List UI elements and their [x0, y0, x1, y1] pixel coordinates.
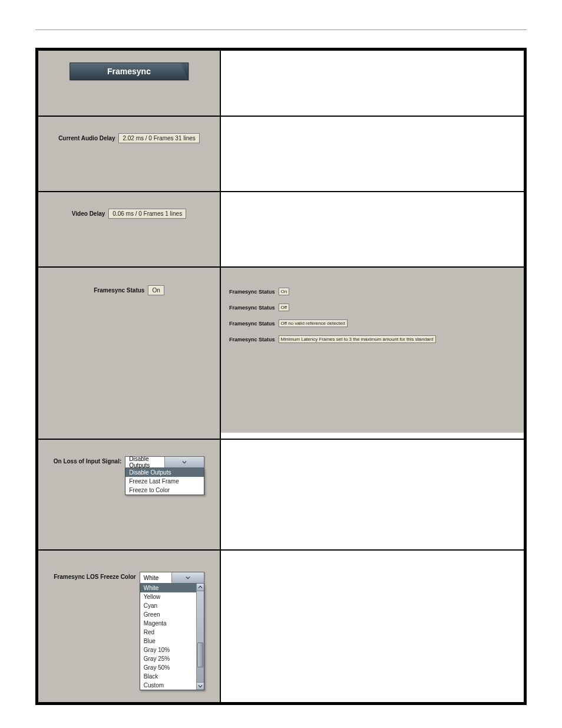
los-freeze-color-dropdown[interactable]: White White Yellow Cyan Green Magenta [140, 572, 204, 690]
dropdown-option[interactable]: Gray 50% [140, 663, 197, 672]
loss-of-input-options: Disable Outputs Freeze Last Frame Freeze… [125, 468, 204, 495]
status-ex3-value: Off no valid reference detected [279, 319, 348, 327]
framesync-tab-button[interactable]: Framesync [70, 62, 189, 80]
scroll-up-icon[interactable] [197, 584, 204, 591]
dropdown-option[interactable]: Red [140, 628, 197, 637]
dropdown-option[interactable]: Black [140, 672, 197, 681]
chevron-down-icon [164, 457, 204, 467]
dropdown-option[interactable]: Gray 10% [140, 645, 197, 654]
dropdown-option[interactable]: Blue [140, 637, 197, 645]
status-ex2-label: Framesync Status [229, 305, 275, 311]
dropdown-option[interactable]: Cyan [140, 601, 197, 610]
loss-of-input-label: On Loss of Input Signal: [54, 456, 122, 465]
dropdown-option[interactable]: Green [140, 610, 197, 619]
loss-of-input-selected: Disable Outputs [125, 456, 164, 469]
dropdown-option[interactable]: White [140, 584, 197, 592]
framesync-tab-label: Framesync [107, 67, 151, 76]
loss-of-input-dropdown[interactable]: Disable Outputs Disable Outputs Freeze L… [125, 456, 204, 495]
framesync-status-label: Framesync Status [94, 287, 144, 294]
framesync-status-panel: Framesync Status On [38, 268, 220, 439]
scrollbar[interactable] [196, 584, 204, 690]
status-examples-panel: Framesync Status On Framesync Status Off… [221, 268, 524, 433]
scroll-down-icon[interactable] [197, 682, 204, 690]
status-ex1-value: On [279, 288, 290, 295]
status-ex4-value: Minimum Latency Frames set to 3 the maxi… [279, 335, 436, 343]
los-freeze-color-label: Framesync LOS Freeze Color [54, 572, 136, 580]
dropdown-option[interactable]: Freeze to Color [125, 486, 204, 495]
top-rule [35, 29, 527, 30]
audio-delay-value: 2.02 ms / 0 Frames 31 lines [118, 133, 199, 143]
audio-delay-label: Current Audio Delay [58, 135, 115, 141]
dropdown-option[interactable]: Gray 25% [140, 654, 197, 663]
tab-panel: Framesync [38, 51, 220, 116]
loss-of-input-panel: On Loss of Input Signal: Disable Outputs… [38, 440, 220, 549]
empty-cell [220, 192, 524, 267]
dropdown-option[interactable]: Freeze Last Frame [125, 477, 204, 486]
audio-delay-panel: Current Audio Delay 2.02 ms / 0 Frames 3… [38, 117, 220, 191]
empty-cell [220, 550, 524, 703]
empty-cell [220, 439, 524, 550]
los-freeze-color-options: White Yellow Cyan Green Magenta Red Blue… [140, 584, 204, 690]
status-ex2-value: Off [279, 304, 290, 311]
video-delay-value: 0.06 ms / 0 Frames 1 lines [108, 209, 186, 219]
dropdown-option[interactable]: Custom [140, 681, 197, 690]
empty-cell [220, 50, 524, 116]
framesync-status-value: On [148, 285, 164, 295]
los-freeze-color-panel: Framesync LOS Freeze Color White White Y… [38, 551, 220, 702]
status-ex3-label: Framesync Status [229, 321, 275, 327]
chevron-down-icon [171, 572, 204, 583]
framesync-table: Framesync Current Audio Delay 2.02 ms / … [35, 48, 527, 705]
video-delay-panel: Video Delay 0.06 ms / 0 Frames 1 lines [38, 192, 220, 266]
dropdown-option[interactable]: Magenta [140, 619, 197, 628]
video-delay-label: Video Delay [72, 210, 105, 217]
dropdown-option[interactable]: Disable Outputs [125, 468, 204, 477]
los-freeze-color-selected: White [140, 575, 172, 581]
scrollbar-thumb[interactable] [197, 643, 203, 667]
dropdown-option[interactable]: Yellow [140, 592, 197, 601]
status-ex4-label: Framesync Status [229, 337, 275, 342]
empty-cell [220, 116, 524, 192]
status-ex1-label: Framesync Status [229, 289, 275, 295]
